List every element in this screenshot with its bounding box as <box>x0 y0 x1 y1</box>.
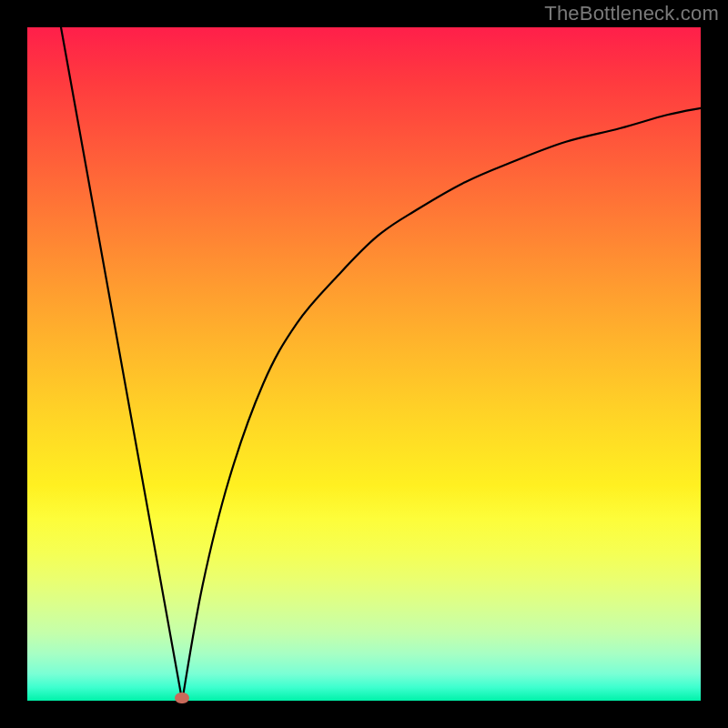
bottleneck-curve-path <box>61 27 701 701</box>
minimum-marker <box>175 693 189 703</box>
watermark-text: TheBottleneck.com <box>544 2 719 25</box>
chart-frame: TheBottleneck.com <box>0 0 728 728</box>
chart-curve <box>27 27 701 701</box>
